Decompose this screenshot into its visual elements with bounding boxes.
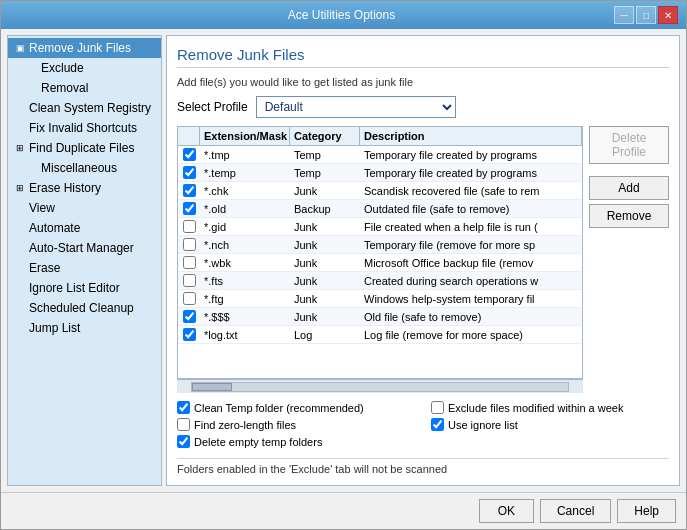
table-header: Extension/Mask Category Description — [178, 127, 582, 146]
sidebar-item-erase[interactable]: Erase — [8, 258, 161, 278]
row-ext-7: *.fts — [200, 273, 290, 289]
row-cat-10: Log — [290, 327, 360, 343]
row-check-0 — [178, 146, 200, 163]
delete-profile-button[interactable]: Delete Profile — [589, 126, 669, 164]
table-area: Extension/Mask Category Description *.tm… — [177, 126, 669, 393]
row-desc-8: Windows help-system temporary fil — [360, 291, 582, 307]
window-title: Ace Utilities Options — [69, 8, 614, 22]
sidebar-label-erase: Erase — [29, 261, 60, 275]
profile-row: Select Profile Default — [177, 96, 669, 118]
row-check-7 — [178, 272, 200, 289]
opt-label-delete-empty: Delete empty temp folders — [194, 436, 322, 448]
row-check-2 — [178, 182, 200, 199]
sidebar-item-view[interactable]: View — [8, 198, 161, 218]
ok-button[interactable]: OK — [479, 499, 534, 523]
profile-select[interactable]: Default — [256, 96, 456, 118]
horiz-scrollbar[interactable] — [177, 379, 583, 393]
checkbox-row-clean-temp: Clean Temp folder (recommended) — [177, 401, 415, 414]
minimize-button[interactable]: ─ — [614, 6, 634, 24]
sidebar-item-scheduled-cleanup[interactable]: Scheduled Cleanup — [8, 298, 161, 318]
sidebar-item-ignore-list-editor[interactable]: Ignore List Editor — [8, 278, 161, 298]
main-panel: Remove Junk Files Add file(s) you would … — [166, 35, 680, 486]
row-ext-0: *.tmp — [200, 147, 290, 163]
close-button[interactable]: ✕ — [658, 6, 678, 24]
checkbox-8[interactable] — [183, 292, 196, 305]
opt-checkbox-find-zero[interactable] — [177, 418, 190, 431]
remove-button[interactable]: Remove — [589, 204, 669, 228]
horiz-scroll-track — [191, 382, 569, 392]
sidebar-label-jump-list: Jump List — [29, 321, 80, 335]
sidebar-label-auto-start-manager: Auto-Start Manager — [29, 241, 134, 255]
sidebar-item-exclude[interactable]: Exclude — [8, 58, 161, 78]
sidebar-label-scheduled-cleanup: Scheduled Cleanup — [29, 301, 134, 315]
checkbox-6[interactable] — [183, 256, 196, 269]
side-buttons: Delete Profile Add Remove — [589, 126, 669, 393]
sidebar-label-fix-invalid-shortcuts: Fix Invalid Shortcuts — [29, 121, 137, 135]
sidebar-item-automate[interactable]: Automate — [8, 218, 161, 238]
checkbox-10[interactable] — [183, 328, 196, 341]
sidebar-item-fix-invalid-shortcuts[interactable]: Fix Invalid Shortcuts — [8, 118, 161, 138]
checkbox-1[interactable] — [183, 166, 196, 179]
checkbox-2[interactable] — [183, 184, 196, 197]
opt-checkbox-clean-temp[interactable] — [177, 401, 190, 414]
checkbox-9[interactable] — [183, 310, 196, 323]
table-row: *.ftsJunkCreated during search operation… — [178, 272, 582, 290]
maximize-button[interactable]: □ — [636, 6, 656, 24]
sidebar-item-erase-history[interactable]: ⊞Erase History — [8, 178, 161, 198]
sidebar-label-erase-history: Erase History — [29, 181, 101, 195]
table-row: *.gidJunkFile created when a help file i… — [178, 218, 582, 236]
opt-checkbox-use-ignore[interactable] — [431, 418, 444, 431]
opt-checkbox-exclude-modified[interactable] — [431, 401, 444, 414]
expand-icon-erase-history: ⊞ — [16, 183, 26, 193]
row-desc-1: Temporary file created by programs — [360, 165, 582, 181]
row-ext-4: *.gid — [200, 219, 290, 235]
help-button[interactable]: Help — [617, 499, 676, 523]
table-row: *.oldBackupOutdated file (safe to remove… — [178, 200, 582, 218]
opt-label-find-zero: Find zero-length files — [194, 419, 296, 431]
profile-label: Select Profile — [177, 100, 248, 114]
row-check-6 — [178, 254, 200, 271]
sidebar-item-jump-list[interactable]: Jump List — [8, 318, 161, 338]
panel-title: Remove Junk Files — [177, 46, 669, 68]
sidebar-item-removal[interactable]: Removal — [8, 78, 161, 98]
row-desc-4: File created when a help file is run ( — [360, 219, 582, 235]
main-window: Ace Utilities Options ─ □ ✕ ▣Remove Junk… — [0, 0, 687, 530]
sidebar-label-automate: Automate — [29, 221, 80, 235]
add-button[interactable]: Add — [589, 176, 669, 200]
title-bar: Ace Utilities Options ─ □ ✕ — [1, 1, 686, 29]
checkbox-5[interactable] — [183, 238, 196, 251]
sidebar-item-miscellaneous[interactable]: Miscellaneous — [8, 158, 161, 178]
sidebar-item-remove-junk-files[interactable]: ▣Remove Junk Files — [8, 38, 161, 58]
checkbox-row-delete-empty: Delete empty temp folders — [177, 435, 415, 448]
row-desc-2: Scandisk recovered file (safe to rem — [360, 183, 582, 199]
row-desc-3: Outdated file (safe to remove) — [360, 201, 582, 217]
row-check-9 — [178, 308, 200, 325]
sidebar-item-clean-system-registry[interactable]: Clean System Registry — [8, 98, 161, 118]
sidebar-label-remove-junk-files: Remove Junk Files — [29, 41, 131, 55]
checkbox-row-exclude-modified: Exclude files modified within a week — [431, 401, 669, 414]
checkbox-row-find-zero: Find zero-length files — [177, 418, 415, 431]
row-check-10 — [178, 326, 200, 343]
sidebar-label-removal: Removal — [41, 81, 88, 95]
col-ext: Extension/Mask — [200, 127, 290, 145]
horiz-scroll-thumb — [192, 383, 232, 391]
sidebar-item-auto-start-manager[interactable]: Auto-Start Manager — [8, 238, 161, 258]
opt-checkbox-delete-empty[interactable] — [177, 435, 190, 448]
table-row: *.chkJunkScandisk recovered file (safe t… — [178, 182, 582, 200]
row-check-8 — [178, 290, 200, 307]
checkbox-7[interactable] — [183, 274, 196, 287]
sidebar-item-find-duplicate-files[interactable]: ⊞Find Duplicate Files — [8, 138, 161, 158]
row-ext-2: *.chk — [200, 183, 290, 199]
table-row: *.$$$JunkOld file (safe to remove) — [178, 308, 582, 326]
row-cat-1: Temp — [290, 165, 360, 181]
checkbox-0[interactable] — [183, 148, 196, 161]
cancel-button[interactable]: Cancel — [540, 499, 611, 523]
checkbox-4[interactable] — [183, 220, 196, 233]
row-desc-0: Temporary file created by programs — [360, 147, 582, 163]
row-cat-0: Temp — [290, 147, 360, 163]
checkbox-3[interactable] — [183, 202, 196, 215]
checkbox-row-use-ignore: Use ignore list — [431, 418, 669, 431]
table-row: *.tempTempTemporary file created by prog… — [178, 164, 582, 182]
sidebar-label-clean-system-registry: Clean System Registry — [29, 101, 151, 115]
col-check — [178, 127, 200, 145]
